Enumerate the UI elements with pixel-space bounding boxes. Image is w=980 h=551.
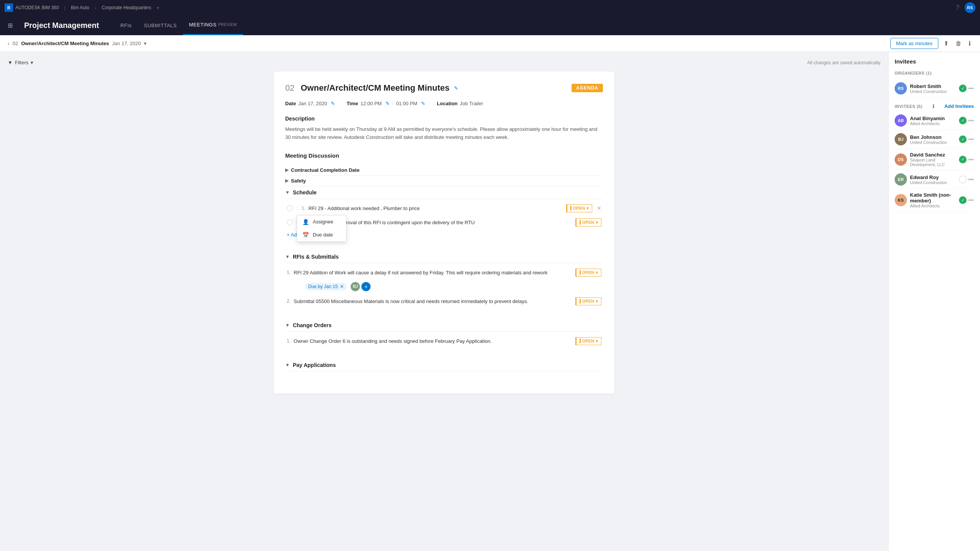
item-2-checkbox[interactable] [287, 219, 293, 225]
invitee-info-ab: Anat Binyamin Allied Architects [910, 116, 956, 126]
organizers-label: ORGANIZERS (1) [895, 71, 974, 75]
filters-button[interactable]: ▼ Filters ▾ [8, 60, 33, 65]
schedule-item-1: :: 1. RFI 29 - Additional work needed , … [285, 201, 603, 215]
item-1-status[interactable]: OPEN ▾ [566, 204, 592, 212]
export-icon[interactable]: ⬆ [942, 38, 950, 49]
meeting-location-meta: Location Job Trailer [437, 101, 483, 106]
item-1-checkbox[interactable] [287, 205, 293, 211]
context-assignee[interactable]: 👤 Assignee [297, 215, 346, 228]
grid-icon[interactable]: ⊞ [8, 22, 13, 29]
context-duedate[interactable]: 📅 Due date [297, 228, 346, 241]
date-dropdown-icon[interactable]: ▾ [144, 41, 147, 46]
nav-bim-auto[interactable]: Bim Auto [71, 5, 89, 10]
meeting-date-meta: Date Jan 17, 2020 ✎ [285, 101, 335, 106]
rfi-2-num: 2. [287, 298, 291, 304]
pay-applications-section: ▼ Pay Applications [285, 359, 603, 372]
more-options-rs[interactable]: ••• [968, 85, 974, 91]
item-2-status[interactable]: OPEN ▾ [575, 218, 601, 227]
more-options-bj[interactable]: ••• [968, 136, 974, 142]
user-avatar[interactable]: RS [965, 2, 975, 13]
rfis-header[interactable]: ▼ RFIs & Submittals [285, 251, 603, 263]
more-options-ds[interactable]: ••• [968, 156, 974, 163]
item-1-num: 1. [302, 205, 305, 211]
organizer-info: Robert Smith United Construction [910, 83, 956, 94]
invitee-company-ds: Seaport Land Development, LLC [910, 158, 956, 167]
time-start: 12:00 PM [360, 101, 382, 106]
time-label: Time [346, 101, 358, 106]
filter-icon: ▼ [8, 60, 13, 65]
invitee-company-bj: United Construction [910, 140, 956, 145]
help-icon[interactable]: ? [954, 3, 961, 13]
pay-applications-label: Pay Applications [293, 362, 336, 368]
rfi-2-status[interactable]: OPEN ▾ [575, 297, 601, 305]
tab-rfis[interactable]: RFIs [114, 15, 138, 35]
topic-safety-label: Safety [291, 178, 306, 184]
organizer-robert-smith: RS Robert Smith United Construction ✓ ••… [895, 79, 974, 98]
rfi-1-status[interactable]: OPEN ▾ [575, 269, 601, 277]
invitee-status-ab: ✓ ••• [959, 117, 974, 124]
topic-safety[interactable]: ▶ Safety [285, 176, 603, 186]
add-invitees-button[interactable]: Add Invitees [944, 103, 974, 109]
add-assignee-button[interactable]: + [361, 282, 371, 291]
discussion-section: Meeting Discussion ▶ Contractual Complet… [285, 152, 603, 240]
rfis-label: RFIs & Submittals [293, 254, 339, 260]
accepted-icon-bj: ✓ [959, 135, 967, 143]
meeting-num-breadcrumb: 02 [13, 41, 18, 46]
collapse-icon-safety: ▶ [285, 178, 289, 183]
assignee-avatar-1[interactable]: BJ [351, 282, 360, 291]
invitee-avatar-ks: KS [895, 194, 907, 206]
invitee-info-ks: Katie Smith (non-member) Allied Architec… [910, 192, 956, 208]
organizer-company: United Construction [910, 89, 956, 94]
due-date-tag[interactable]: Due by Jan 15 ✕ [305, 283, 347, 290]
top-bar: B AUTODESK BIM 360 | Bim Auto › Corporat… [0, 0, 980, 15]
topic-schedule-header[interactable]: ▼ Schedule [285, 186, 603, 199]
nav-corp-hq[interactable]: Corporate Headquarters [102, 5, 151, 10]
location-value: Job Trailer [460, 101, 483, 106]
back-button[interactable]: ‹ [8, 41, 10, 47]
invitee-info-ds: David Sanchez Seaport Land Development, … [910, 152, 956, 167]
invitee-name-ks: Katie Smith (non-member) [910, 192, 956, 204]
info-icon[interactable]: ℹ [967, 38, 972, 49]
pay-applications-header[interactable]: ▼ Pay Applications [285, 359, 603, 372]
organizer-name: Robert Smith [910, 83, 956, 89]
item-1-drag[interactable]: :: [296, 205, 299, 211]
invitee-status-bj: ✓ ••• [959, 135, 974, 143]
tab-submittals[interactable]: SUBMITTALS [138, 15, 183, 35]
more-options-ks[interactable]: ••• [968, 197, 974, 203]
rfi-item-2: 2. Submittal 05500 Miscellaneous Materia… [285, 294, 603, 308]
invitee-company-ks: Allied Architects [910, 204, 956, 208]
edit-date-icon[interactable]: ✎ [331, 101, 335, 106]
description-section: Description Meetings will be held weekly… [285, 116, 603, 142]
meeting-card: 02 Owner/Architect/CM Meeting Minutes ✎ … [274, 72, 614, 394]
project-header: ⊞ Project Management RFIs SUBMITTALS MEE… [0, 15, 980, 35]
accepted-icon-rs: ✓ [959, 85, 967, 92]
item-1-text: RFI 29 - Additional work needed , Plumbe… [309, 205, 563, 211]
delete-icon[interactable]: 🗑 [954, 39, 963, 49]
assignees-group: BJ + [351, 282, 371, 291]
rfi-1-status-dropdown: ▾ [596, 270, 598, 275]
edit-time-end-icon[interactable]: ✎ [421, 101, 425, 106]
invitees-info-icon[interactable]: ℹ [933, 103, 934, 109]
description-label: Description [285, 116, 603, 122]
context-duedate-label: Due date [313, 232, 333, 238]
edit-time-start-icon[interactable]: ✎ [385, 101, 390, 106]
filter-dropdown-icon: ▾ [31, 60, 33, 65]
filter-bar: ▼ Filters ▾ All changes are saved automa… [8, 60, 880, 65]
item-1-close-icon[interactable]: ✕ [597, 205, 601, 211]
co-1-status[interactable]: OPEN ▾ [575, 337, 601, 345]
accepted-icon-ks: ✓ [959, 196, 967, 204]
co-1-num: 1. [287, 338, 291, 344]
more-options-ab[interactable]: ••• [968, 117, 974, 124]
more-options-er[interactable]: ••• [968, 176, 974, 183]
time-end: 01:00 PM [396, 101, 417, 106]
edit-title-icon[interactable]: ✎ [454, 85, 458, 91]
invitee-katie-smith: KS Katie Smith (non-member) Allied Archi… [895, 189, 974, 212]
change-orders-header[interactable]: ▼ Change Orders [285, 319, 603, 332]
organizer-status: ✓ ••• [959, 85, 974, 92]
tab-meetings[interactable]: MEETINGS PREVIEW [183, 15, 243, 35]
invitee-name-bj: Ben Johnson [910, 134, 956, 140]
topic-contractual[interactable]: ▶ Contractual Completion Date [285, 165, 603, 176]
due-date-close-icon[interactable]: ✕ [340, 284, 344, 289]
collapse-icon-schedule: ▼ [285, 190, 290, 195]
mark-as-minutes-button[interactable]: Mark as minutes [890, 38, 938, 49]
